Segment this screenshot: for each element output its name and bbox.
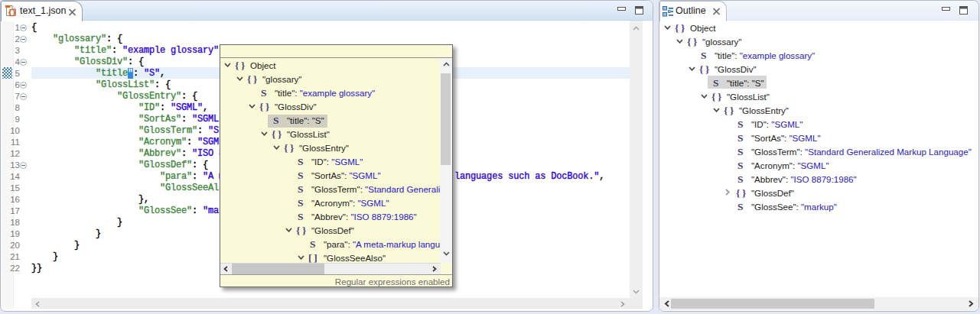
svg-text:{}: {} — [8, 8, 15, 17]
